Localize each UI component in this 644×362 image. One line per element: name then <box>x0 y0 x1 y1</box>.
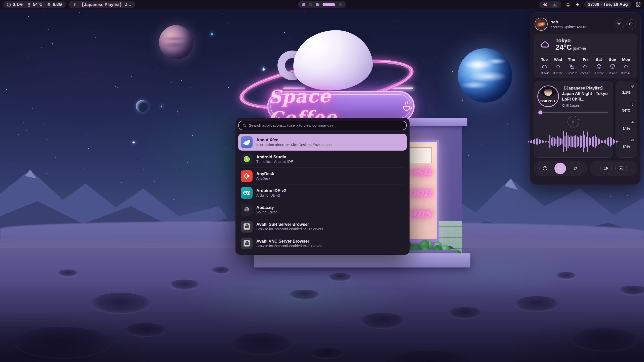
weather-timezone: (GMT+9) <box>573 47 586 51</box>
app-description: Browse for Zeroconf-enabled VNC Servers <box>256 244 323 248</box>
user-uptime: System Uptime: 4h11m <box>551 25 587 29</box>
forecast-temps: 33°/24° <box>539 71 549 75</box>
gauge-speedometer: 3.1% <box>618 84 634 101</box>
clock[interactable]: 17:09 - Tue, 19 Aug <box>584 1 631 8</box>
launcher-app-item[interactable]: Android Studio The official Android IDE <box>238 151 407 167</box>
system-tray[interactable] <box>539 1 561 8</box>
system-gauges: 3.1% 54°C 14% 24% <box>616 81 637 158</box>
weather-city: Tokyo <box>555 37 586 43</box>
music-title: 【Japanese Playlist】 Japan All Night - To… <box>562 85 609 102</box>
app-title: Avahi VNC Server Browser <box>256 239 323 244</box>
chip-icon <box>47 2 51 7</box>
app-description: AnyDesk <box>256 176 274 181</box>
power-button[interactable] <box>626 19 636 29</box>
forecast-day-name: Tue <box>541 57 548 62</box>
forecast-temps: 33°/26° <box>567 71 577 75</box>
app-description: Arduino IDE v2 <box>256 193 286 198</box>
picture-icon <box>618 166 624 171</box>
forecast-day-name: Sat <box>596 57 602 62</box>
user-section: seb System Uptime: 4h11m <box>534 16 637 34</box>
app-list: About Xfce Information about the Xfce De… <box>238 134 407 252</box>
search-input[interactable] <box>249 123 403 128</box>
temp-stat: 54°C <box>27 2 43 7</box>
search-icon <box>242 123 247 128</box>
performance-profile-button[interactable] <box>539 163 551 174</box>
forecast-day: Thu 33°/26° <box>565 57 578 75</box>
capture-group <box>590 161 637 176</box>
app-title: Android Studio <box>256 154 293 160</box>
avatar[interactable] <box>535 18 548 31</box>
power-profile-group <box>534 161 587 176</box>
forecast-row: Tue 33°/24°Wed 35°/25°Thu 33°/26°Fri 35°… <box>538 57 633 75</box>
powersave-profile-button[interactable] <box>570 163 581 174</box>
dashboard-panel: seb System Uptime: 4h11m Tokyo 24°C(GMT+… <box>530 12 641 185</box>
gauge-chip: 14% <box>618 120 634 137</box>
workspace-dot-1[interactable] <box>302 3 305 6</box>
gauge-disk: 24% <box>618 138 634 154</box>
screen-record-button[interactable] <box>600 163 612 174</box>
launcher-app-item[interactable]: AnyDesk AnyDesk <box>238 167 407 184</box>
forecast-day-name: Fri <box>583 57 588 62</box>
pause-icon <box>571 120 575 124</box>
android-studio-icon <box>241 153 253 165</box>
media-pill[interactable]: 【Japanese Playlist】 J... <box>69 1 135 8</box>
app-title: About Xfce <box>256 137 332 143</box>
xfce-mouse-icon <box>241 136 253 148</box>
weather-widget: Tokyo 24°C(GMT+9) Tue 33°/24°Wed 35°/25°… <box>534 34 637 78</box>
pause-icon <box>73 2 78 7</box>
tray-image-icon[interactable] <box>552 2 558 7</box>
thermometer-icon <box>630 101 635 107</box>
video-camera-icon <box>603 166 609 171</box>
weather-temp: 24°C <box>555 43 572 51</box>
balanced-profile-button[interactable] <box>554 163 566 174</box>
app-description: The official Android IDE <box>256 159 293 164</box>
music-progress-bar[interactable] <box>538 112 608 113</box>
launcher-app-item[interactable]: Avahi SSH Server Browser Browse for Zero… <box>238 218 407 235</box>
gear-icon <box>617 21 622 27</box>
speedometer-icon <box>542 166 548 171</box>
forecast-day: Sat 36°/26° <box>592 57 606 75</box>
music-widget: 【Japanese Playlist】 Japan All Night - To… <box>534 81 613 158</box>
user-name: seb <box>551 20 587 24</box>
notifications-bell-icon[interactable] <box>565 2 571 7</box>
forecast-temps: 33°/26° <box>621 71 631 75</box>
settings-button[interactable] <box>615 19 624 29</box>
workspace-dot-5[interactable] <box>339 3 342 6</box>
audio-waveform <box>537 130 609 153</box>
anydesk-icon <box>241 170 253 182</box>
workspace-dot-3[interactable] <box>316 3 319 6</box>
desktop: ✦✦✦✦✦ eshoonans <box>0 0 644 362</box>
cloud-icon <box>582 64 589 70</box>
album-art[interactable] <box>537 85 559 107</box>
volume-icon[interactable] <box>575 2 580 7</box>
workspace-dot-2[interactable] <box>309 3 312 6</box>
music-subtitle: Chill Japan. <box>562 104 609 107</box>
screenshot-button[interactable] <box>615 163 627 174</box>
tray-cat-icon[interactable] <box>543 2 548 7</box>
memory-stat: 6.8G <box>47 2 62 7</box>
widgets-grid-icon[interactable] <box>635 2 641 7</box>
forecast-day: Wed 35°/25° <box>551 57 565 75</box>
sun-cloud-icon <box>568 64 575 70</box>
pause-button[interactable] <box>568 116 579 127</box>
forecast-day-name: Sun <box>609 57 616 62</box>
progress-knob[interactable] <box>539 111 542 114</box>
workspace-dot-4[interactable] <box>323 3 335 6</box>
cloud-icon <box>554 64 561 70</box>
forecast-day: Sun 33°/26° <box>606 57 619 75</box>
launcher-search[interactable] <box>238 121 407 130</box>
launcher-app-item[interactable]: Audacity Sound Editor <box>238 201 407 218</box>
clock-label: 17:09 - Tue, 19 Aug <box>588 2 628 7</box>
forecast-temps: 35°/25° <box>553 71 563 75</box>
forecast-day: Mon 33°/26° <box>620 57 633 75</box>
forecast-temps: 36°/26° <box>594 71 604 75</box>
launcher-app-item[interactable]: About Xfce Information about the Xfce De… <box>238 134 407 151</box>
workspace-switcher[interactable] <box>298 1 346 8</box>
app-title: Arduino IDE v2 <box>256 188 286 193</box>
cpu-stat: 3.1% <box>7 2 23 7</box>
system-stats-pill[interactable]: 3.1% 54°C 6.8G <box>3 1 66 8</box>
launcher-app-item[interactable]: Arduino IDE v2 Arduino IDE v2 <box>238 184 407 201</box>
launcher-app-item[interactable]: Avahi VNC Server Browser Browse for Zero… <box>238 235 407 252</box>
power-icon <box>628 21 634 27</box>
top-bar: 3.1% 54°C 6.8G 【Japanese Playlist】 J... <box>0 0 644 9</box>
